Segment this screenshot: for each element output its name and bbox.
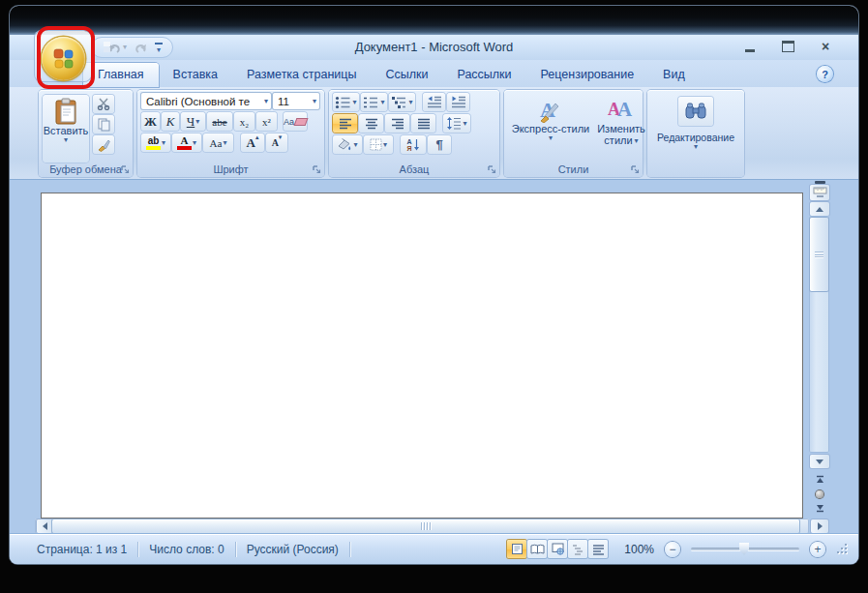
paste-dropdown-icon[interactable]: ▾: [64, 136, 68, 143]
italic-button[interactable]: К: [162, 112, 179, 131]
line-spacing-dropdown-icon[interactable]: ▾: [463, 120, 466, 127]
quick-styles-button[interactable]: A Экспресс-стили ▾: [508, 95, 593, 163]
grow-font-button[interactable]: А ▴: [241, 133, 264, 152]
shading-button[interactable]: ▾: [333, 135, 362, 154]
increase-indent-button[interactable]: [447, 93, 469, 111]
zoom-out-button[interactable]: −: [665, 542, 680, 557]
borders-dropdown-icon[interactable]: ▾: [383, 141, 387, 148]
undo-dropdown-icon[interactable]: ▾: [123, 44, 127, 51]
underline-button[interactable]: Ч ▾: [181, 112, 205, 131]
text-highlight-button[interactable]: ab ▾: [141, 133, 170, 152]
draft-view-button[interactable]: [588, 540, 608, 558]
change-case-button[interactable]: Aa ▾: [203, 133, 233, 152]
page-number-status[interactable]: Страница: 1 из 1: [37, 543, 127, 556]
maximize-button[interactable]: [780, 39, 795, 54]
highlight-dropdown-icon[interactable]: ▾: [162, 139, 165, 146]
scroll-up-button[interactable]: [810, 202, 829, 216]
editing-dropdown-icon[interactable]: ▾: [694, 143, 698, 150]
language-status[interactable]: Русский (Россия): [247, 543, 339, 556]
font-size-dropdown-icon[interactable]: ▾: [313, 98, 316, 104]
styles-dialog-launcher-icon[interactable]: [631, 165, 640, 174]
web-layout-view-button[interactable]: [548, 540, 567, 558]
office-button[interactable]: [42, 37, 85, 80]
zoom-in-button[interactable]: +: [810, 542, 825, 557]
tab-mailings[interactable]: Рассылки: [442, 63, 525, 87]
align-left-button[interactable]: [333, 114, 357, 133]
subscript-button[interactable]: x₂: [234, 112, 254, 131]
strikethrough-button[interactable]: abe: [207, 112, 232, 131]
horizontal-scrollbar-thumb[interactable]: [52, 519, 799, 533]
borders-button[interactable]: ▾: [364, 135, 393, 154]
scroll-left-button[interactable]: [37, 519, 52, 533]
font-dialog-launcher-icon[interactable]: [313, 165, 321, 174]
decrease-indent-button[interactable]: [423, 93, 445, 111]
outline-view-button[interactable]: [568, 540, 587, 558]
change-case-dropdown-icon[interactable]: ▾: [223, 139, 226, 146]
paste-button[interactable]: Вставить ▾: [43, 95, 89, 163]
show-formatting-marks-button[interactable]: ¶: [428, 135, 451, 154]
font-color-dropdown-icon[interactable]: ▾: [193, 139, 196, 146]
redo-button[interactable]: [134, 42, 148, 54]
justify-button[interactable]: [411, 114, 435, 133]
zoom-level-button[interactable]: 100%: [624, 543, 654, 556]
line-spacing-button[interactable]: ▾: [443, 114, 470, 133]
vertical-scrollbar-thumb[interactable]: [810, 218, 828, 291]
font-family-combobox[interactable]: Calibri (Основной те ▾: [141, 93, 271, 109]
full-screen-reading-view-button[interactable]: [527, 540, 547, 558]
shading-dropdown-icon[interactable]: ▾: [353, 141, 357, 148]
font-color-button[interactable]: А ▾: [172, 133, 201, 152]
multilevel-list-button[interactable]: ▾: [389, 93, 415, 111]
paragraph-dialog-launcher-icon[interactable]: [488, 165, 496, 174]
close-button[interactable]: ×: [818, 39, 833, 54]
document-page[interactable]: [41, 193, 803, 519]
select-browse-object-button[interactable]: [810, 487, 829, 501]
customize-qat-button[interactable]: ▾: [155, 43, 163, 53]
zoom-slider-track[interactable]: [691, 548, 799, 550]
bullets-dropdown-icon[interactable]: ▾: [352, 99, 356, 105]
numbering-button[interactable]: ▾: [361, 93, 387, 111]
scroll-right-button[interactable]: [811, 519, 828, 533]
clear-formatting-button[interactable]: Aa: [284, 112, 307, 131]
tab-home[interactable]: Главная: [83, 63, 159, 87]
ruler-toggle-button[interactable]: [810, 185, 829, 200]
titlebar[interactable]: ▾ ▾ Документ1 - Microsoft Word ×: [10, 35, 858, 60]
font-size-combobox[interactable]: 11 ▾: [273, 93, 319, 109]
next-page-button[interactable]: [810, 501, 829, 516]
window-resize-grip[interactable]: [836, 543, 849, 555]
tab-insert[interactable]: Вставка: [159, 63, 232, 87]
bold-button[interactable]: Ж: [141, 112, 160, 131]
scroll-down-button[interactable]: [810, 455, 829, 468]
split-handle[interactable]: [815, 181, 825, 184]
numbering-dropdown-icon[interactable]: ▾: [380, 99, 384, 105]
help-button[interactable]: ?: [817, 66, 833, 82]
cut-button[interactable]: [93, 95, 114, 113]
shrink-font-button[interactable]: А ▾: [266, 133, 287, 152]
quick-styles-dropdown-icon[interactable]: ▾: [549, 134, 553, 141]
tab-review[interactable]: Рецензирование: [526, 63, 649, 87]
copy-button[interactable]: [93, 115, 114, 133]
word-count-status[interactable]: Число слов: 0: [149, 543, 224, 556]
tab-references[interactable]: Ссылки: [371, 63, 442, 87]
minimize-button[interactable]: [742, 39, 758, 54]
align-right-button[interactable]: [385, 114, 409, 133]
multilevel-dropdown-icon[interactable]: ▾: [408, 99, 412, 105]
clipboard-dialog-launcher-icon[interactable]: [121, 165, 130, 174]
previous-page-button[interactable]: [810, 472, 829, 487]
align-center-button[interactable]: [359, 114, 383, 133]
find-button[interactable]: [678, 97, 713, 126]
sort-button[interactable]: АЯ: [401, 135, 426, 154]
undo-button[interactable]: ▾: [107, 42, 127, 54]
font-family-dropdown-icon[interactable]: ▾: [264, 98, 268, 104]
format-painter-button[interactable]: [93, 135, 114, 154]
superscript-button[interactable]: x²: [256, 112, 277, 131]
editing-button[interactable]: Редактирование ▾: [652, 93, 739, 172]
zoom-slider-thumb[interactable]: [739, 543, 749, 555]
underline-dropdown-icon[interactable]: ▾: [195, 118, 199, 125]
change-styles-dropdown-icon[interactable]: ▾: [635, 137, 639, 144]
tab-page-layout[interactable]: Разметка страницы: [232, 63, 371, 87]
bullets-button[interactable]: ▾: [333, 93, 359, 111]
print-layout-view-button[interactable]: [507, 540, 526, 558]
change-styles-button[interactable]: AA Изменить стили ▾: [596, 95, 646, 163]
italic-label: К: [166, 114, 175, 130]
tab-view[interactable]: Вид: [648, 63, 700, 87]
